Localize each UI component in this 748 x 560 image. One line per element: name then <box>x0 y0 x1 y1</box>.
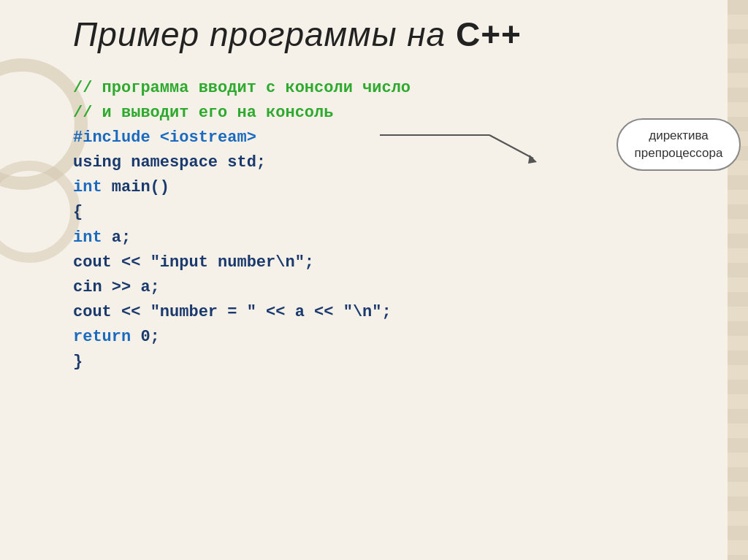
callout-arrow-svg <box>380 122 548 180</box>
code-cout1: cout << "input number\n"; <box>73 250 719 275</box>
svg-line-1 <box>489 135 533 158</box>
code-int-a: int a; <box>73 226 719 250</box>
code-brace-open: { <box>73 200 719 225</box>
svg-marker-2 <box>528 155 537 164</box>
slide-title-text: Пример программы на <box>73 15 456 53</box>
decorative-circle-2 <box>0 161 80 263</box>
code-return: return 0; <box>73 325 719 350</box>
code-block: // программа вводит с консоли число // и… <box>73 76 719 375</box>
slide-title-cpp: C++ <box>456 15 522 53</box>
code-cin: cin >> a; <box>73 275 719 300</box>
callout-bubble: директивапрепроцессора <box>617 118 741 171</box>
slide-content: Пример программы на C++ // программа вво… <box>73 15 719 545</box>
callout-text: директивапрепроцессора <box>635 129 723 160</box>
code-comment-1: // программа вводит с консоли число <box>73 76 719 101</box>
code-brace-close: } <box>73 350 719 375</box>
slide-title: Пример программы на C++ <box>73 15 719 54</box>
code-cout2: cout << "number = " << a << "\n"; <box>73 300 719 325</box>
decorative-stripe <box>728 0 748 560</box>
